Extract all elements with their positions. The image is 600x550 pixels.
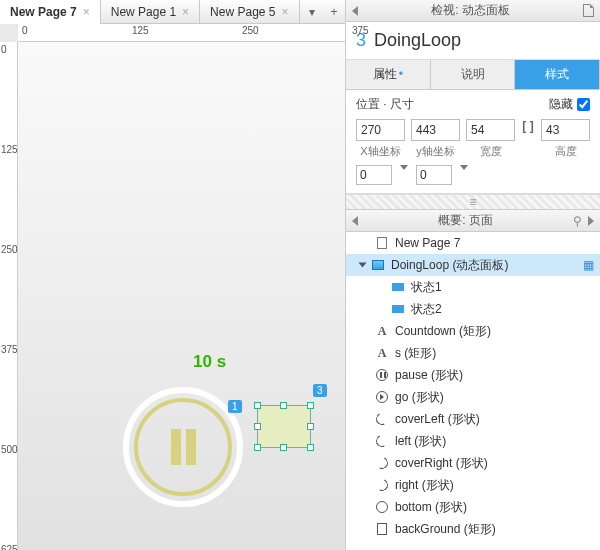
outline-item[interactable]: New Page 7: [346, 232, 600, 254]
outline-item[interactable]: coverLeft (形状): [346, 408, 600, 430]
selection-badge-3: 3: [313, 384, 327, 397]
outline-item[interactable]: 状态2: [346, 298, 600, 320]
outline-item-label: coverLeft (形状): [395, 411, 480, 428]
dp-icon: [371, 258, 385, 272]
disclosure-triangle-icon[interactable]: [359, 263, 367, 268]
tab-style[interactable]: 样式: [515, 60, 600, 89]
rect-icon: [375, 522, 389, 536]
inspect-panel-title: 检视: 动态面板: [364, 2, 577, 19]
outline-item-label: right (形状): [395, 477, 454, 494]
ruler-vertical: 0125250375500625: [0, 42, 18, 550]
state-icon: [391, 302, 405, 316]
outline-item[interactable]: left (形状): [346, 430, 600, 452]
close-icon[interactable]: ×: [182, 5, 189, 19]
close-icon[interactable]: ×: [281, 5, 288, 19]
chevron-down-icon[interactable]: [400, 165, 408, 170]
outline-tree[interactable]: New Page 7DoingLoop (动态面板)▦状态1状态2ACountd…: [346, 232, 600, 550]
dp-edit-icon[interactable]: ▦: [583, 258, 594, 272]
state-icon: [391, 280, 405, 294]
chevron-down-icon[interactable]: [460, 165, 468, 170]
h-input[interactable]: [541, 119, 590, 141]
collapse-left-icon[interactable]: [352, 216, 358, 226]
selection-badge-1: 1: [228, 400, 242, 413]
w-input[interactable]: [466, 119, 515, 141]
right-panels: 检视: 动态面板 3 DoingLoop 属性• 说明 样式 位置 · 尺寸 隐…: [346, 0, 600, 550]
page-tab[interactable]: New Page 1×: [101, 0, 200, 24]
selected-shape[interactable]: [257, 405, 311, 448]
outline-item[interactable]: pause (形状): [346, 364, 600, 386]
design-canvas[interactable]: 10 s 1 3: [18, 42, 345, 550]
position-size-label: 位置 · 尺寸: [356, 96, 545, 113]
outline-item-label: New Page 7: [395, 236, 460, 250]
outline-item-label: 状态1: [411, 279, 442, 296]
page-tab[interactable]: New Page 7×: [0, 0, 101, 24]
resize-handle[interactable]: [307, 423, 314, 430]
hide-checkbox[interactable]: [577, 98, 590, 111]
pause-icon: [375, 368, 389, 382]
pause-widget[interactable]: [123, 387, 243, 507]
canvas-area: New Page 7×New Page 1×New Page 5× ▾ + 01…: [0, 0, 346, 550]
filter-icon[interactable]: ⚲: [573, 214, 582, 228]
arc-r-icon: [375, 478, 389, 492]
outline-item[interactable]: 状态1: [346, 276, 600, 298]
outline-item[interactable]: go (形状): [346, 386, 600, 408]
outline-item-label: bottom (形状): [395, 499, 467, 516]
outline-item-label: coverRight (形状): [395, 455, 488, 472]
tab-properties[interactable]: 属性•: [346, 60, 431, 89]
arc-l-icon: [375, 434, 389, 448]
A-icon: A: [375, 346, 389, 360]
outline-item[interactable]: backGround (矩形): [346, 518, 600, 540]
outline-panel-title: 概要: 页面: [364, 212, 567, 229]
lock-aspect-icon[interactable]: [ ]: [521, 119, 535, 159]
outline-item-label: s (矩形): [395, 345, 436, 362]
outline-item[interactable]: As (矩形): [346, 342, 600, 364]
position-size-section: 位置 · 尺寸 隐藏 X轴坐标 y轴坐标 宽度 [ ] 高度: [346, 90, 600, 194]
ruler-horizontal: 0125250375: [18, 24, 345, 42]
tabs-dropdown[interactable]: ▾: [301, 5, 323, 19]
resize-handle[interactable]: [254, 402, 261, 409]
circ-icon: [375, 500, 389, 514]
collapse-left-icon[interactable]: [352, 6, 358, 16]
resize-handle[interactable]: [280, 444, 287, 451]
rotation-input-2[interactable]: [416, 165, 452, 185]
y-input[interactable]: [411, 119, 460, 141]
outline-panel-header: 概要: 页面 ⚲: [346, 210, 600, 232]
play-icon: [375, 390, 389, 404]
outline-item-label: DoingLoop (动态面板): [391, 257, 508, 274]
add-page-button[interactable]: +: [323, 5, 345, 19]
arc-l-icon: [375, 412, 389, 426]
inspect-panel-header: 检视: 动态面板: [346, 0, 600, 22]
x-input[interactable]: [356, 119, 405, 141]
resize-handle[interactable]: [254, 444, 261, 451]
resize-handle[interactable]: [307, 402, 314, 409]
page-tab[interactable]: New Page 5×: [200, 0, 299, 24]
outline-item[interactable]: ACountdown (矩形): [346, 320, 600, 342]
outline-item-label: Countdown (矩形): [395, 323, 491, 340]
outline-item-label: go (形状): [395, 389, 444, 406]
outline-item[interactable]: coverRight (形状): [346, 452, 600, 474]
resize-handle[interactable]: [254, 423, 261, 430]
resize-handle[interactable]: [307, 444, 314, 451]
tab-notes[interactable]: 说明: [431, 60, 516, 89]
selection-name[interactable]: DoingLoop: [374, 30, 461, 51]
collapse-right-icon[interactable]: [588, 216, 594, 226]
rotation-input-1[interactable]: [356, 165, 392, 185]
outline-item-label: backGround (矩形): [395, 521, 496, 538]
section-drag-handle[interactable]: ≡: [346, 194, 600, 210]
outline-item-label: pause (形状): [395, 367, 463, 384]
close-icon[interactable]: ×: [83, 5, 90, 19]
page-icon: [375, 236, 389, 250]
inspect-target: 3 DoingLoop: [346, 22, 600, 60]
resize-handle[interactable]: [280, 402, 287, 409]
hide-label: 隐藏: [549, 96, 573, 113]
outline-item[interactable]: right (形状): [346, 474, 600, 496]
A-icon: A: [375, 324, 389, 338]
outline-item-label: left (形状): [395, 433, 446, 450]
page-icon[interactable]: [583, 4, 594, 17]
countdown-text[interactable]: 10 s: [193, 352, 226, 372]
outline-item-label: 状态2: [411, 301, 442, 318]
outline-item[interactable]: bottom (形状): [346, 496, 600, 518]
outline-item[interactable]: DoingLoop (动态面板)▦: [346, 254, 600, 276]
page-tabs: New Page 7×New Page 1×New Page 5× ▾ +: [0, 0, 345, 24]
arc-r-icon: [375, 456, 389, 470]
